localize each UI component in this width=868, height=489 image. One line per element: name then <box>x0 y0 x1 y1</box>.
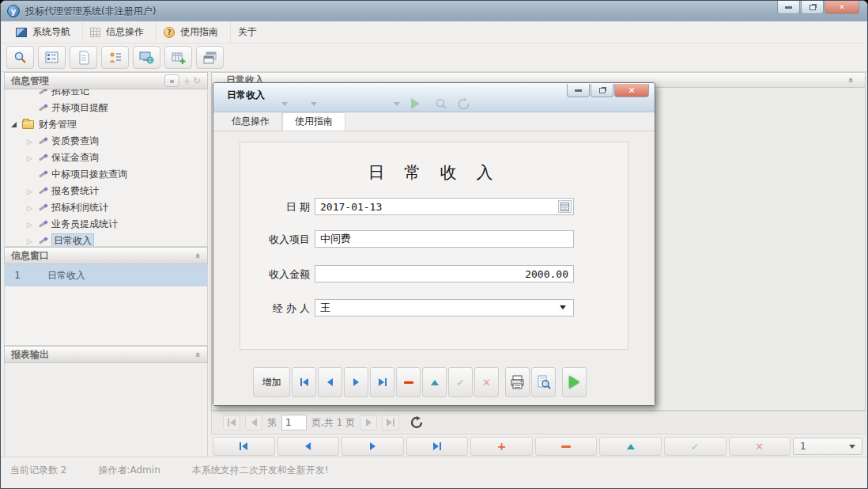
menu-item-about[interactable]: 关于 <box>231 21 269 43</box>
pin-icon[interactable]: + <box>183 75 191 87</box>
restore-button[interactable] <box>801 1 824 14</box>
tab-info-ops[interactable]: 信息操作 <box>220 112 282 131</box>
collapse-chevron-icon[interactable]: « <box>193 252 203 258</box>
page-next-button[interactable] <box>360 415 377 430</box>
tab-guide[interactable]: 使用指南 <box>282 112 345 131</box>
table-add-button[interactable] <box>164 46 192 69</box>
menu-item-guide[interactable]: ? 使用指南 <box>157 21 231 43</box>
play-icon <box>569 376 579 389</box>
sidebar-collapse-button[interactable]: « <box>164 74 179 87</box>
tree-item-signup-fee-stats[interactable]: ▷ 报名费统计 <box>5 183 207 199</box>
status-bar: 当前记录数 2 操作者:Admin 本系统支持二次开发和全新开发! <box>1 457 867 488</box>
record-nav-row: + ✓ ✕ 1 <box>211 434 866 458</box>
record-cancel-button[interactable]: ✕ <box>729 437 791 456</box>
record-add-button[interactable]: + <box>470 437 533 456</box>
close-button[interactable]: ✕ <box>825 1 859 14</box>
record-save-button[interactable]: ✓ <box>664 437 726 456</box>
monitor-globe-button[interactable] <box>133 46 160 69</box>
combo-arrow-icon[interactable] <box>394 102 400 106</box>
menu-item-info-ops[interactable]: 信息操作 <box>83 21 157 43</box>
sidebar: 信息管理 « + ↻ 招标登记 开标项目提醒 财务管理 ▷ 资 <box>4 72 208 458</box>
income-amount-input[interactable] <box>315 265 574 282</box>
tree-item-open-bid-reminder[interactable]: 开标项目提醒 <box>5 100 207 116</box>
dialog-close-button[interactable]: ✕ <box>614 84 649 97</box>
play-icon-faded[interactable] <box>411 98 420 109</box>
cancel-record-button[interactable]: ✕ <box>474 367 499 397</box>
user-chart-button[interactable] <box>101 46 129 69</box>
record-count-select[interactable]: 1 <box>793 438 862 455</box>
caret-expanded-icon[interactable] <box>11 122 22 127</box>
last-record-button[interactable] <box>370 367 394 397</box>
open-window-row[interactable]: 1 日常收入 <box>5 264 207 286</box>
collapse-chevron-icon[interactable]: « <box>846 77 856 82</box>
caret-collapsed-icon[interactable]: ▷ <box>27 138 38 146</box>
tree-item-finance-manage[interactable]: 财务管理 <box>5 116 207 133</box>
up-triangle-icon <box>431 380 439 385</box>
record-edit-button[interactable] <box>599 437 662 456</box>
tree-item-deposit-query[interactable]: ▷ 保证金查询 <box>5 150 207 166</box>
edit-record-button[interactable] <box>422 367 447 397</box>
search-icon-faded[interactable] <box>435 97 448 111</box>
run-button[interactable] <box>562 367 587 397</box>
help-coin-icon: ? <box>164 27 175 38</box>
caret-collapsed-icon[interactable]: ▷ <box>27 221 38 229</box>
record-last-button[interactable] <box>406 437 469 456</box>
collapse-chevron-icon[interactable]: « <box>193 351 203 357</box>
chevron-down-icon[interactable] <box>560 305 566 309</box>
window-stack-button[interactable] <box>196 46 224 69</box>
next-record-button[interactable] <box>344 367 368 397</box>
print-preview-button[interactable] <box>531 367 556 397</box>
document-button[interactable] <box>70 46 97 69</box>
calendar-button[interactable] <box>558 200 572 213</box>
tree-item-qualification-fee[interactable]: ▷ 资质费查询 <box>5 133 207 150</box>
add-button[interactable]: 增加 <box>253 367 290 397</box>
record-count-text: 当前记录数 2 <box>10 464 66 488</box>
restore-icon <box>599 88 606 93</box>
last-page-icon <box>387 419 394 426</box>
record-next-button[interactable] <box>342 437 404 456</box>
caret-collapsed-icon[interactable]: ▷ <box>27 204 38 212</box>
page-first-button[interactable] <box>223 415 240 430</box>
monitor-globe-icon <box>139 51 155 65</box>
page-last-button[interactable] <box>382 415 399 430</box>
menu-item-system-nav[interactable]: 系统导航 <box>9 21 83 43</box>
menu-label: 使用指南 <box>180 25 218 39</box>
tree-item-award-payment-query[interactable]: 中标项目拨款查询 <box>5 166 207 183</box>
dialog-restore-button[interactable] <box>591 84 613 97</box>
print-button[interactable] <box>505 367 530 397</box>
record-prev-button[interactable] <box>277 437 340 456</box>
dialog-minimize-button[interactable] <box>567 84 590 97</box>
combo-arrow-icon[interactable] <box>311 102 317 106</box>
date-input[interactable] <box>315 198 574 215</box>
form-view-icon <box>44 51 60 65</box>
selected-value: 1 <box>800 441 806 452</box>
form-view-button[interactable] <box>38 46 66 69</box>
search-button[interactable] <box>6 46 34 69</box>
caret-collapsed-icon[interactable]: ▷ <box>27 154 38 162</box>
record-delete-button[interactable] <box>535 437 598 456</box>
income-item-input[interactable] <box>315 230 574 248</box>
minimize-button[interactable] <box>777 1 800 14</box>
tree-item-daily-income[interactable]: ▷ 日常收入 <box>5 233 207 247</box>
refresh-icon[interactable] <box>410 416 423 429</box>
window-controls: ✕ <box>776 1 859 14</box>
page-number-input[interactable] <box>281 415 307 430</box>
delete-record-button[interactable] <box>396 367 421 397</box>
next-record-icon <box>353 378 359 386</box>
info-manage-title: 信息管理 <box>11 74 49 88</box>
record-first-button[interactable] <box>213 437 275 456</box>
first-record-button[interactable] <box>292 367 316 397</box>
handler-select[interactable] <box>315 299 574 317</box>
dialog-tab-bar: 信息操作 使用指南 <box>213 112 655 131</box>
tree-item-salesman-commission[interactable]: ▷ 业务员提成统计 <box>5 216 207 233</box>
save-record-button[interactable]: ✓ <box>448 367 473 397</box>
pager-bar: 第 页,共 1 页 <box>211 411 866 434</box>
refresh-icon-faded[interactable] <box>457 97 470 111</box>
combo-arrow-icon[interactable] <box>281 102 288 106</box>
caret-collapsed-icon[interactable]: ▷ <box>27 237 38 245</box>
prev-record-button[interactable] <box>318 367 342 397</box>
page-prev-button[interactable] <box>245 415 262 430</box>
tree-item-bid-profit-stats[interactable]: ▷ 招标利润统计 <box>5 199 207 216</box>
caret-collapsed-icon[interactable]: ▷ <box>27 188 38 195</box>
tree-item-bid-register[interactable]: 招标登记 <box>5 89 207 100</box>
